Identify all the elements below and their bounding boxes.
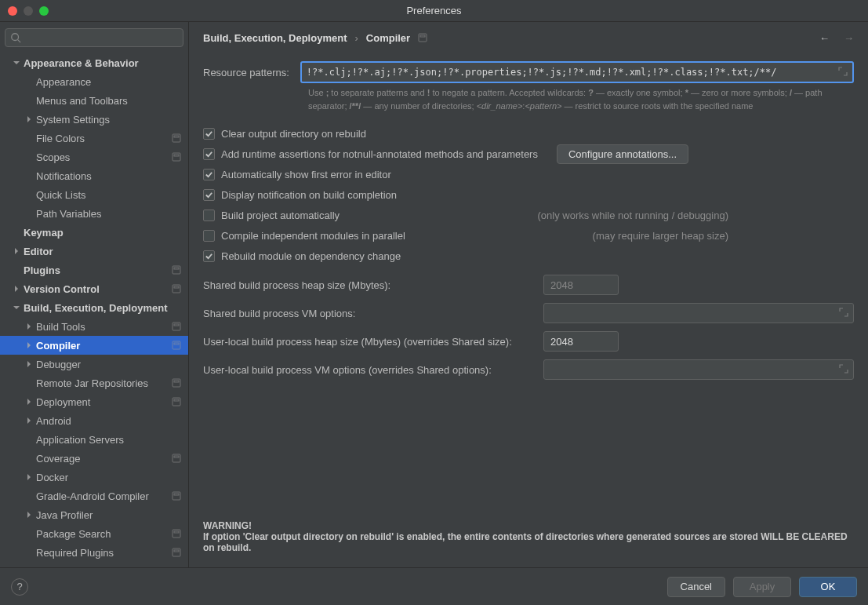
breadcrumb-segment: Compiler [366,32,410,44]
project-scope-icon [171,490,182,501]
tree-item-application-servers[interactable]: Application Servers [0,430,188,449]
chevron-right-icon [11,247,22,255]
checkbox-label[interactable]: Automatically show first error in editor [221,169,391,180]
checkbox-row: Clear output directory on rebuild [203,123,854,144]
resource-patterns-input[interactable]: !?*.clj;!?*.aj;!?*.json;!?*.properties;!… [300,61,854,83]
configure-annotations-button[interactable]: Configure annotations... [557,144,688,164]
form-label: Shared build process heap size (Mbytes): [203,279,532,291]
checkbox-row: Rebuild module on dependency change [203,246,854,266]
checkbox[interactable] [203,230,215,242]
form-label: Shared build process VM options: [203,308,532,319]
text-input[interactable]: 2048 [543,275,619,295]
project-scope-icon [171,528,182,539]
search-input[interactable] [5,28,183,47]
checkbox-label[interactable]: Display notification on build completion [221,189,397,201]
warning-text: WARNING! If option 'Clear output directo… [203,511,854,567]
svg-rect-3 [174,136,179,137]
tree-item-editor[interactable]: Editor [0,242,188,261]
expand-icon[interactable] [839,364,848,376]
help-button[interactable]: ? [11,578,28,596]
checkbox[interactable] [203,148,215,160]
close-window-icon[interactable] [8,6,17,16]
project-scope-icon [171,377,182,388]
tree-item-java-profiler[interactable]: Java Profiler [0,505,188,524]
tree-item-appearance[interactable]: Appearance [0,72,188,91]
zoom-window-icon[interactable] [39,6,49,16]
resource-patterns-hint: Use ; to separate patterns and ! to nega… [308,86,854,112]
tree-item-plugins[interactable]: Plugins [0,261,188,279]
tree-item-file-colors[interactable]: File Colors [0,129,188,148]
tree-item-keymap[interactable]: Keymap [0,223,188,242]
checkbox-row: Compile independent modules in parallel(… [203,225,854,246]
tree-item-notifications[interactable]: Notifications [0,166,188,185]
tree-item-gradle-android-compiler[interactable]: Gradle-Android Compiler [0,487,188,505]
breadcrumb-segment[interactable]: Build, Execution, Deployment [203,32,347,44]
cancel-button[interactable]: Cancel [667,577,725,597]
form-label: User-local build process heap size (Mbyt… [203,336,532,348]
project-scope-icon [171,133,182,144]
tree-item-quick-lists[interactable]: Quick Lists [0,185,188,204]
tree-item-appearance-behavior[interactable]: Appearance & Behavior [0,53,188,72]
text-input[interactable] [543,359,854,380]
expand-icon[interactable] [839,308,848,319]
text-input[interactable]: 2048 [543,331,619,352]
tree-item-required-plugins[interactable]: Required Plugins [0,543,188,562]
tree-item-build-tools[interactable]: Build Tools [0,317,188,336]
tree-item-label: Build, Execution, Deployment [24,302,182,314]
form-row: User-local build process heap size (Mbyt… [203,327,854,355]
apply-button: Apply [733,577,791,597]
tree-item-deployment[interactable]: Deployment [0,392,188,411]
tree-item-scopes[interactable]: Scopes [0,148,188,166]
checkbox[interactable] [203,128,215,140]
checkbox-label[interactable]: Clear output directory on rebuild [221,128,366,140]
svg-rect-17 [174,399,179,401]
tree-item-docker[interactable]: Docker [0,468,188,487]
tree-item-android[interactable]: Android [0,411,188,430]
chevron-right-icon [24,341,35,349]
tree-item-remote-jar-repositories[interactable]: Remote Jar Repositories [0,374,188,392]
ok-button[interactable]: OK [799,577,857,597]
checkbox-label[interactable]: Rebuild module on dependency change [221,250,401,262]
svg-rect-19 [174,456,179,457]
tree-item-compiler[interactable]: Compiler [0,336,188,355]
checkbox[interactable] [203,189,215,201]
tree-item-menus-and-toolbars[interactable]: Menus and Toolbars [0,91,188,110]
checkbox[interactable] [203,250,215,262]
text-input[interactable] [543,303,854,323]
checkbox[interactable] [203,169,215,180]
chevron-right-icon [24,511,35,519]
tree-item-version-control[interactable]: Version Control [0,279,188,298]
back-arrow-icon[interactable]: ← [819,32,830,44]
checkbox-label[interactable]: Compile independent modules in parallel [221,230,405,242]
tree-item-debugger[interactable]: Debugger [0,355,188,374]
dialog-footer: ? Cancel Apply OK [0,567,868,605]
svg-rect-25 [174,550,179,552]
tree-item-package-search[interactable]: Package Search [0,524,188,543]
tree-item-label: Gradle-Android Compiler [36,490,171,502]
tree-item-label: Keymap [24,227,182,239]
chevron-right-icon [11,285,22,293]
tree-item-label: Scopes [36,151,171,163]
checkbox[interactable] [203,210,215,221]
resource-patterns-label: Resource patterns: [203,67,289,78]
titlebar: Preferences [0,0,868,22]
tree-item-label: Required Plugins [36,547,171,559]
tree-item-path-variables[interactable]: Path Variables [0,204,188,223]
checkbox-label[interactable]: Add runtime assertions for notnull-annot… [221,148,538,160]
tree-item-label: Compiler [36,340,171,352]
tree-item-coverage[interactable]: Coverage [0,449,188,468]
tree-item-label: Plugins [24,264,171,276]
tree-item-label: Menus and Toolbars [36,95,182,107]
tree-item-build-execution-deployment[interactable]: Build, Execution, Deployment [0,298,188,317]
form-label: User-local build process VM options (ove… [203,364,532,376]
window-controls [0,6,49,16]
chevron-down-icon [11,59,22,67]
chevron-right-icon [24,360,35,368]
svg-rect-7 [174,268,179,269]
expand-icon[interactable] [838,67,848,78]
project-scope-icon [171,396,182,407]
minimize-window-icon[interactable] [24,6,33,16]
tree-item-label: Android [36,415,182,427]
checkbox-label[interactable]: Build project automatically [221,210,340,221]
tree-item-system-settings[interactable]: System Settings [0,110,188,129]
